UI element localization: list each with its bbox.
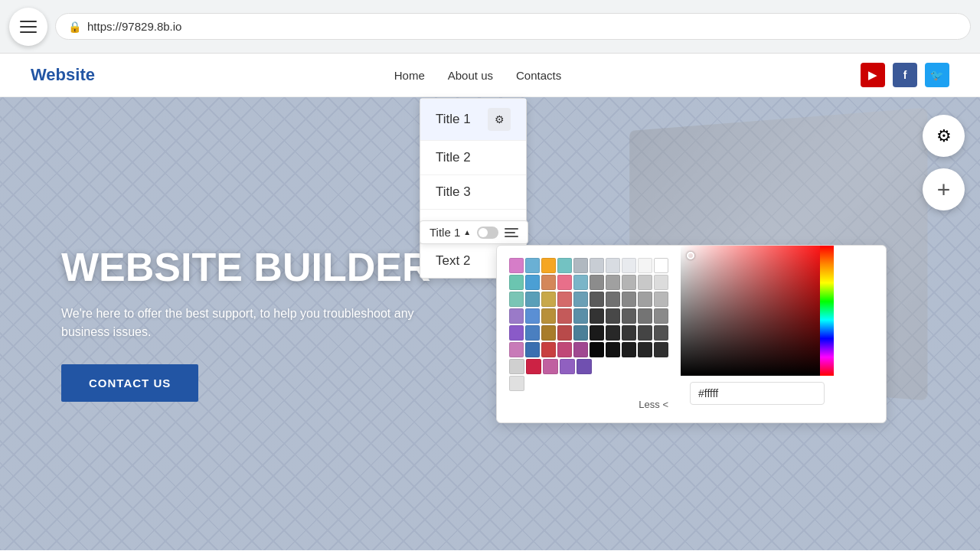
swatch[interactable] [509,376,524,391]
nav-home[interactable]: Home [394,69,425,82]
swatch-row-7 [509,359,668,374]
swatch[interactable] [590,275,604,290]
menu-button[interactable] [9,8,47,46]
swatch[interactable] [606,275,620,290]
less-button[interactable]: Less < [509,393,668,410]
swatch[interactable] [638,292,652,307]
swatch[interactable] [638,258,652,273]
swatch[interactable] [526,359,541,374]
swatch[interactable] [606,325,620,341]
contact-us-button[interactable]: CONTACT US [61,364,198,402]
swatch[interactable] [509,342,524,357]
swatch[interactable] [573,258,588,273]
text-align-icon[interactable] [505,228,518,237]
swatch[interactable] [654,308,668,324]
swatch[interactable] [638,325,652,341]
swatch[interactable] [541,308,556,324]
swatch[interactable] [606,292,620,307]
swatch[interactable] [509,275,524,290]
swatch[interactable] [557,275,572,290]
swatch[interactable] [525,275,540,290]
dropdown-item-title1[interactable]: Title 1 ⚙ [420,99,526,141]
swatch[interactable] [557,308,572,324]
youtube-icon[interactable]: ▶ [861,63,885,87]
menu-line-1 [20,21,37,22]
swatch[interactable] [590,342,604,357]
swatch[interactable] [654,292,668,307]
swatch[interactable] [606,258,620,273]
gradient-canvas[interactable] [681,246,834,376]
swatch[interactable] [525,258,540,273]
swatch[interactable] [638,342,652,357]
dropdown-item-title3[interactable]: Title 3 [420,175,526,210]
color-picker-panel: Less < [496,245,887,423]
swatch[interactable] [541,325,556,341]
swatch[interactable] [509,325,524,341]
browser-chrome: 🔒 https://97829.8b.io [0,0,980,54]
swatch[interactable] [557,342,572,357]
swatch[interactable] [573,325,588,341]
toggle-switch[interactable] [477,227,498,239]
add-icon: + [937,177,951,203]
swatch[interactable] [622,308,636,324]
swatch[interactable] [622,275,636,290]
rainbow-slider[interactable] [820,246,834,376]
site-header: Website Home About us Contacts ▶ f 🐦 [0,54,980,97]
color-gradient-section [681,246,834,422]
swatch[interactable] [654,325,668,341]
swatch[interactable] [573,275,588,290]
swatch[interactable] [622,325,636,341]
style-selector[interactable]: Title 1 ▲ [430,226,471,239]
swatch[interactable] [622,292,636,307]
swatch[interactable] [606,308,620,324]
swatch[interactable] [654,342,668,357]
settings-gear-icon[interactable]: ⚙ [488,108,511,131]
nav-contacts[interactable]: Contacts [516,69,561,82]
swatch[interactable] [543,359,558,374]
swatch[interactable] [525,292,540,307]
swatch-row-5 [509,325,668,341]
swatch[interactable] [573,292,588,307]
swatch[interactable] [541,258,556,273]
swatch[interactable] [573,342,588,357]
facebook-icon[interactable]: f [893,63,917,87]
swatch[interactable] [577,359,592,374]
swatch[interactable] [557,292,572,307]
swatch[interactable] [509,292,524,307]
nav-about[interactable]: About us [448,69,493,82]
swatch[interactable] [590,308,604,324]
swatch[interactable] [557,258,572,273]
swatch[interactable] [590,325,604,341]
swatch[interactable] [509,359,524,374]
twitter-icon[interactable]: 🐦 [925,63,949,87]
align-line-3 [505,236,518,237]
url-bar[interactable]: 🔒 https://97829.8b.io [55,13,971,40]
swatch[interactable] [573,308,588,324]
dropdown-item-title2[interactable]: Title 2 [420,141,526,175]
swatch[interactable] [541,292,556,307]
swatch-white[interactable] [654,258,668,273]
fab-add-button[interactable]: + [923,168,965,210]
swatch[interactable] [541,342,556,357]
hex-input[interactable] [690,382,825,405]
swatch[interactable] [525,342,540,357]
swatch[interactable] [509,258,524,273]
swatch[interactable] [606,342,620,357]
swatch[interactable] [654,275,668,290]
swatch[interactable] [525,325,540,341]
swatch[interactable] [638,275,652,290]
swatch[interactable] [557,325,572,341]
swatch[interactable] [638,308,652,324]
swatch[interactable] [622,258,636,273]
swatch[interactable] [509,308,524,324]
swatch[interactable] [541,275,556,290]
swatch[interactable] [590,292,604,307]
swatch[interactable] [560,359,575,374]
swatch[interactable] [525,308,540,324]
swatch[interactable] [622,342,636,357]
swatch[interactable] [590,258,604,273]
caret-icon: ▲ [463,228,471,236]
hero-title: WEBSITE BUILDER [61,246,444,289]
color-swatches-section: Less < [497,246,681,422]
fab-settings-button[interactable]: ⚙ [923,115,965,157]
